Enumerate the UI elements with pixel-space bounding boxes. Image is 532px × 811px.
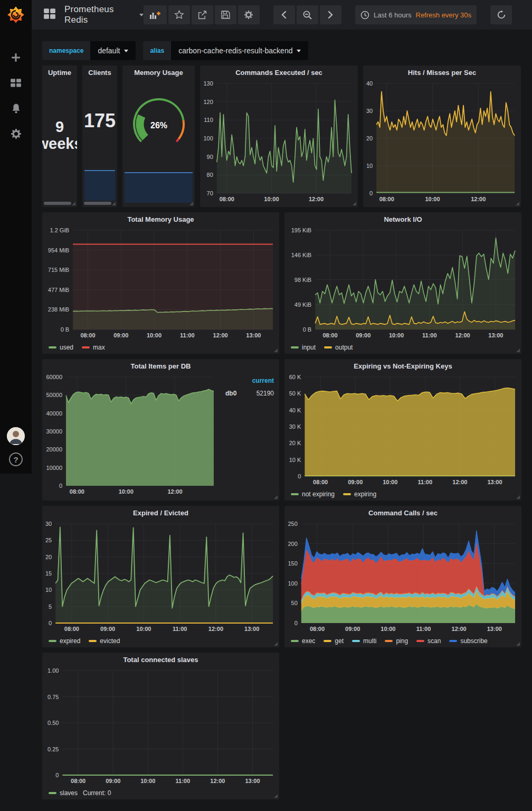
svg-text:08:00: 08:00 (71, 778, 86, 784)
legend-item-scan[interactable]: scan (416, 637, 441, 645)
svg-text:26%: 26% (150, 121, 167, 130)
chart-legend: expiredevicted (49, 637, 120, 645)
svg-text:40 K: 40 K (289, 407, 301, 413)
total-items-chart-canvas[interactable]: 010000200003000040000500006000008:0010:0… (42, 373, 220, 496)
zoom-out-button[interactable] (297, 5, 318, 24)
time-back-button[interactable] (273, 5, 295, 24)
svg-text:60 K: 60 K (289, 374, 301, 380)
dashboard-settings-button[interactable] (238, 5, 260, 24)
hits-misses-chart-canvas[interactable]: 01020304008:0010:0012:00 (363, 79, 521, 204)
series-marker (416, 640, 424, 642)
svg-text:30: 30 (366, 108, 373, 114)
horizontal-scrollbar[interactable] (84, 202, 111, 205)
chart-legend: inputoutput (291, 344, 353, 351)
panel-title[interactable]: Commands Executed / sec (200, 65, 358, 79)
panel-total-memory: Total Memory Usage 0 B238 MiB477 MiB715 … (42, 212, 279, 354)
add-panel-button[interactable] (144, 5, 167, 24)
svg-text:40: 40 (366, 80, 373, 87)
legend-item-get[interactable]: get (324, 637, 344, 645)
panel-title[interactable]: Total Items per DB (42, 359, 279, 373)
save-dashboard-button[interactable] (215, 5, 236, 24)
panel-title[interactable]: Uptime (42, 65, 77, 79)
expiring-keys-chart-canvas[interactable]: 010 K20 K30 K40 K50 K60 K08:0009:0010:00… (284, 373, 521, 487)
sidebar-settings-button[interactable] (9, 127, 23, 140)
resize-handle[interactable] (516, 642, 520, 646)
chevron-down-icon (297, 50, 301, 52)
panel-title[interactable]: Command Calls / sec (284, 506, 521, 520)
legend-item-evicted[interactable]: evicted (89, 637, 120, 645)
legend-item-used[interactable]: used (49, 344, 73, 351)
legend-item-exec[interactable]: exec (291, 637, 315, 645)
share-dashboard-button[interactable] (192, 5, 213, 24)
total-memory-chart-canvas[interactable]: 0 B238 MiB477 MiB715 MiB954 MiB1.2 GiB08… (42, 226, 279, 340)
dashboard-title[interactable]: Prometheus Redis (64, 4, 135, 25)
resize-handle[interactable] (274, 794, 278, 798)
namespace-select[interactable]: default (90, 41, 136, 60)
series-marker (89, 640, 97, 642)
time-range-button[interactable]: Last 6 hours Refresh every 30s (355, 5, 477, 24)
panel-hits-misses: Hits / Misses per Sec 01020304008:0010:0… (363, 65, 521, 207)
legend-item-slaves[interactable]: slavesCurrent: 0 (49, 789, 111, 797)
panel-title[interactable]: Total Memory Usage (42, 212, 279, 226)
panel-title[interactable]: Memory Usage (122, 65, 195, 79)
legend-item-input[interactable]: input (291, 344, 316, 351)
resize-handle[interactable] (274, 642, 278, 646)
legend-item-subscribe[interactable]: subscribe (449, 637, 487, 645)
panel-title[interactable]: Network I/O (284, 212, 521, 226)
svg-text:12:00: 12:00 (455, 332, 470, 338)
resize-handle[interactable] (189, 202, 193, 205)
star-dashboard-button[interactable] (168, 5, 190, 24)
slaves-chart-canvas[interactable]: 00.250.500.751.0008:0009:0010:0011:0012:… (42, 666, 279, 786)
resize-handle[interactable] (274, 495, 278, 499)
dashboards-grid-icon (10, 78, 22, 88)
resize-handle[interactable] (516, 202, 519, 205)
sidebar-dashboards-button[interactable] (9, 76, 23, 90)
resize-handle[interactable] (516, 495, 520, 499)
panel-title[interactable]: Clients (82, 65, 117, 79)
svg-text:10:00: 10:00 (264, 196, 279, 202)
user-avatar[interactable] (7, 427, 25, 445)
legend-item-db0[interactable]: db0 (222, 390, 236, 397)
svg-text:11:00: 11:00 (176, 778, 191, 784)
legend-item-multi[interactable]: multi (352, 637, 376, 645)
help-button[interactable]: ? (9, 452, 23, 466)
series-marker (291, 493, 299, 495)
resize-handle[interactable] (112, 202, 116, 205)
svg-text:10: 10 (45, 587, 52, 593)
commands-chart-canvas[interactable]: 70809010011012013008:0010:0012:00 (200, 79, 358, 204)
legend-item-not-expiring[interactable]: not expiring (291, 491, 335, 498)
svg-text:715 MiB: 715 MiB (48, 267, 69, 273)
svg-text:11:00: 11:00 (180, 332, 195, 338)
resize-handle[interactable] (274, 348, 278, 352)
legend-item-expired[interactable]: expired (49, 637, 80, 645)
refresh-button[interactable] (490, 5, 512, 24)
svg-text:100: 100 (288, 580, 297, 587)
grafana-logo[interactable] (0, 0, 32, 30)
svg-text:0.25: 0.25 (48, 746, 59, 752)
resize-handle[interactable] (72, 202, 75, 205)
panel-title[interactable]: Expiring vs Not-Expiring Keys (284, 359, 521, 373)
horizontal-scrollbar[interactable] (44, 202, 71, 205)
uptime-value: 9 weeks (42, 79, 77, 191)
legend-item-output[interactable]: output (324, 344, 353, 351)
resize-handle[interactable] (353, 202, 356, 205)
sidebar-alerting-button[interactable] (9, 101, 23, 115)
alias-select[interactable]: carbon-cache-redis-result-backend (171, 41, 308, 60)
legend-item-ping[interactable]: ping (385, 637, 408, 645)
dashboard-picker-icon[interactable] (43, 8, 56, 22)
svg-text:10:00: 10:00 (140, 778, 155, 784)
panel-title[interactable]: Hits / Misses per Sec (363, 65, 521, 79)
svg-text:30 K: 30 K (289, 423, 301, 430)
network-io-chart-canvas[interactable]: 0 B49 KiB98 KiB146 KiB195 KiB08:0009:001… (284, 226, 521, 340)
resize-handle[interactable] (516, 348, 520, 352)
panel-expired-evicted: Expired / Evicted 05101520253008:0009:00… (42, 506, 279, 647)
command-calls-chart-canvas[interactable]: 05010015020025008:0009:0010:0011:0012:00… (284, 520, 521, 634)
legend-item-expiring[interactable]: expiring (343, 491, 376, 498)
plus-icon (11, 52, 21, 63)
panel-title[interactable]: Expired / Evicted (42, 506, 279, 520)
legend-item-max[interactable]: max (82, 344, 105, 351)
expired-evicted-chart-canvas[interactable]: 05101520253008:0009:0010:0011:0012:0013:… (42, 520, 279, 634)
panel-title[interactable]: Total connected slaves (42, 653, 279, 666)
time-forward-button[interactable] (320, 5, 341, 24)
sidebar-add-button[interactable] (9, 51, 23, 64)
